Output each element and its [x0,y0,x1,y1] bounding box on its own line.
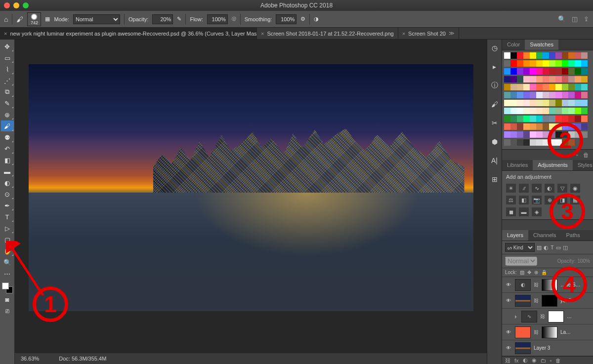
actions-icon[interactable]: ▸ [489,61,500,72]
eyedropper-tool[interactable]: ✎ [1,98,14,109]
search-icon[interactable]: 🔍 [558,15,566,23]
swatch[interactable] [555,92,562,98]
marquee-tool[interactable]: ▭ [1,52,14,63]
maximize-window[interactable] [23,2,29,8]
swatch[interactable] [568,92,575,98]
swatch[interactable] [549,92,555,98]
delete-layer-icon[interactable]: 🗑 [555,358,561,364]
swatch[interactable] [517,108,523,114]
swatch[interactable] [517,123,523,130]
blur-tool[interactable]: ◐ [1,177,14,188]
foreground-background-colors[interactable] [2,283,13,293]
swatch[interactable] [555,76,562,82]
bw-icon[interactable]: ◧ [519,196,529,204]
crop-tool[interactable]: ⧉ [1,86,14,97]
swatch[interactable] [543,116,549,122]
swatch[interactable] [510,52,517,59]
filter-shape-icon[interactable]: ▭ [556,244,561,251]
swatch[interactable] [549,123,555,130]
swatch[interactable] [562,116,568,122]
swatch[interactable] [575,52,581,59]
layers-tab[interactable]: Layers [502,230,528,241]
swatch[interactable] [581,116,588,122]
close-tab-icon[interactable]: × [402,31,405,37]
home-icon[interactable]: ⌂ [4,15,8,23]
zoom-level[interactable]: 36.63% [21,356,39,362]
swatch[interactable] [568,139,575,146]
color-tab[interactable]: Color [502,40,525,50]
swatch[interactable] [562,84,568,90]
swatch[interactable] [523,84,530,90]
curves-icon[interactable]: ∿ [532,184,542,193]
layer-mask-icon[interactable]: ◐ [523,357,528,364]
swatch[interactable] [555,139,562,146]
layer-name[interactable]: …ue/S… [560,282,581,287]
swatch[interactable] [562,60,568,67]
swatch[interactable] [555,84,562,90]
swatch[interactable] [555,100,562,106]
swatch[interactable] [568,116,575,122]
swatch[interactable] [510,131,517,138]
hand-tool[interactable]: ✋ [1,245,14,256]
swatch[interactable] [555,131,562,138]
swatch[interactable] [510,139,517,146]
swatch[interactable] [575,131,581,138]
swatch[interactable] [543,123,549,130]
swatch[interactable] [530,68,536,75]
quick-select-tool[interactable]: ⋰ [1,75,14,86]
mask-thumb[interactable] [548,311,564,323]
swatch[interactable] [523,116,530,122]
swatch[interactable] [568,108,575,114]
swatch[interactable] [530,108,536,114]
gradient-map-icon[interactable]: ▬ [519,207,529,216]
filter-smart-icon[interactable]: ◫ [563,244,568,251]
swatch[interactable] [581,108,588,114]
quick-mask-icon[interactable]: ◙ [1,294,14,305]
swatch[interactable] [517,60,523,67]
swatch[interactable] [523,60,530,67]
swatches-tab[interactable]: Swatches [525,40,558,50]
channels-tab[interactable]: Channels [528,230,561,241]
type-tool[interactable]: T [1,211,14,222]
history-icon[interactable]: ◷ [489,42,500,53]
swatch[interactable] [517,92,523,98]
edit-toolbar[interactable]: ⋯ [1,268,14,279]
swatch[interactable] [523,68,530,75]
lock-position-icon[interactable]: ✥ [527,270,531,275]
levels-icon[interactable]: ⫽ [519,184,529,193]
layer-filter-select[interactable]: ᔕ Kind [505,243,535,252]
layer-name[interactable]: … [567,314,572,319]
swatch[interactable] [523,100,530,106]
swatch[interactable] [549,52,555,59]
shape-tool[interactable]: ▢ [1,234,14,245]
swatch[interactable] [581,100,588,106]
swatch[interactable] [549,108,555,114]
properties-icon[interactable]: ⊞ [489,174,500,185]
swatch[interactable] [504,139,510,146]
swatch[interactable] [575,76,581,82]
swatch[interactable] [530,116,536,122]
swatch[interactable] [543,131,549,138]
swatch[interactable] [510,108,517,114]
swatch[interactable] [530,60,536,67]
blend-mode-select[interactable]: Normal [73,14,120,24]
swatch[interactable] [530,131,536,138]
swatch[interactable] [536,84,543,90]
new-group-icon[interactable]: 🗀 [541,358,546,364]
history-brush-tool[interactable]: ↶ [1,143,14,154]
visibility-icon[interactable]: 👁 [505,345,512,351]
clone-icon[interactable]: ✂ [489,118,500,128]
layer-row[interactable]: 👁 ◐ ⛓ …ue/S… [502,277,593,293]
document-tab[interactable]: × new york night luminar experiment as p… [0,28,257,39]
swatch[interactable] [523,131,530,138]
swatch[interactable] [575,60,581,67]
swatch[interactable] [562,52,568,59]
delete-swatch-icon[interactable]: 🗑 [583,152,589,159]
brush-panel-icon[interactable]: ▦ [45,16,50,22]
swatch[interactable] [517,116,523,122]
filter-image-icon[interactable]: ▨ [537,244,542,251]
swatch[interactable] [581,52,588,59]
swatch[interactable] [517,52,523,59]
swatch[interactable] [549,60,555,67]
swatch[interactable] [549,116,555,122]
